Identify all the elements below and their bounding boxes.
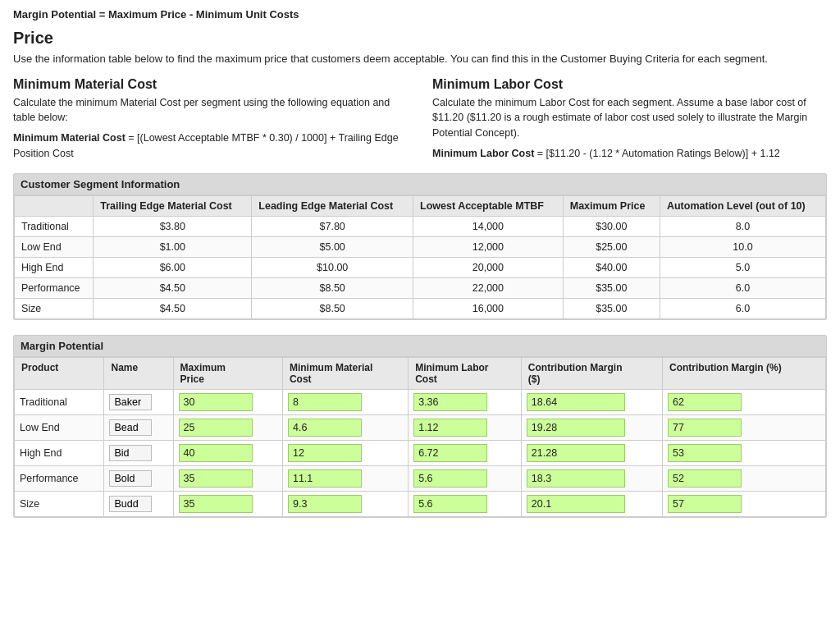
mp-min-labor: 1.12: [409, 414, 522, 440]
col-mtbf: Lowest Acceptable MTBF: [413, 195, 564, 216]
min-labor-cost-desc: Calculate the minimum Labor Cost for eac…: [432, 95, 827, 141]
leading-cost: $8.50: [252, 277, 413, 298]
margin-potential-table-wrap: Margin Potential Product Name MaximumPri…: [13, 335, 827, 518]
name-input[interactable]: [109, 419, 152, 436]
max-price: $40.00: [563, 257, 660, 277]
min-labor-input[interactable]: 1.12: [413, 419, 487, 437]
mtbf: 14,000: [413, 216, 564, 236]
mp-min-labor: 5.6: [409, 491, 522, 516]
min-material-input[interactable]: 8: [288, 393, 362, 411]
mtbf: 20,000: [413, 257, 564, 277]
mp-product: Size: [15, 491, 104, 516]
customer-segment-table: Trailing Edge Material Cost Leading Edge…: [14, 195, 826, 319]
col-trailing: Trailing Edge Material Cost: [94, 195, 252, 216]
max-price-input[interactable]: 40: [179, 444, 253, 462]
margin-potential-header: Margin Potential: [14, 336, 826, 357]
contrib-pct-value: 77: [668, 419, 742, 437]
min-labor-input[interactable]: 5.6: [413, 495, 487, 513]
max-price: $30.00: [563, 216, 660, 236]
contrib-pct-value: 57: [668, 495, 742, 513]
max-price-input[interactable]: 30: [179, 393, 253, 411]
mp-name: [104, 414, 173, 440]
table-row: Size $4.50 $8.50 16,000 $35.00 6.0: [15, 298, 826, 318]
mtbf: 22,000: [413, 277, 564, 298]
price-description: Use the information table below to find …: [13, 51, 827, 67]
mp-name: [104, 440, 173, 465]
mp-min-material: 9.3: [282, 491, 408, 516]
mtbf: 12,000: [413, 236, 564, 257]
trailing-cost: $3.80: [94, 216, 252, 236]
leading-cost: $7.80: [252, 216, 413, 236]
mp-min-material: 12: [282, 440, 408, 465]
min-labor-cost-title: Minimum Labor Cost: [432, 77, 827, 92]
mp-contrib-pct: 52: [663, 465, 826, 491]
automation: 5.0: [660, 257, 825, 277]
mp-max-price: 35: [173, 465, 282, 491]
mp-contrib-pct: 53: [663, 440, 826, 465]
mp-max-price: 35: [173, 491, 282, 516]
table-row: High End $6.00 $10.00 20,000 $40.00 5.0: [15, 257, 826, 277]
mp-product: Low End: [15, 414, 104, 440]
customer-segment-header: Customer Segment Information: [14, 174, 826, 195]
table-row: Performance $4.50 $8.50 22,000 $35.00 6.…: [15, 277, 826, 298]
mp-contrib-dollar: 18.3: [521, 465, 662, 491]
automation: 6.0: [660, 298, 825, 318]
mp-name: [104, 491, 173, 516]
mp-contrib-dollar: 19.28: [521, 414, 662, 440]
leading-cost: $5.00: [252, 236, 413, 257]
contrib-dollar-value: 20.1: [527, 495, 625, 513]
segment-name: Low End: [15, 236, 94, 257]
segment-name: High End: [15, 257, 94, 277]
mp-col-contrib-dollar: Contribution Margin($): [521, 357, 662, 389]
max-price-input[interactable]: 35: [179, 469, 253, 488]
trailing-cost: $1.00: [94, 236, 252, 257]
min-labor-input[interactable]: 5.6: [413, 469, 487, 488]
max-price-input[interactable]: 25: [179, 419, 253, 437]
mp-min-material: 4.6: [282, 414, 408, 440]
table-row: Size 35 9.3 5.6 20.1 57: [15, 491, 826, 516]
trailing-cost: $6.00: [94, 257, 252, 277]
mp-contrib-dollar: 20.1: [521, 491, 662, 516]
mp-col-contrib-pct: Contribution Margin (%): [663, 357, 826, 389]
automation: 10.0: [660, 236, 825, 257]
max-price-input[interactable]: 35: [179, 495, 253, 513]
min-material-input[interactable]: 4.6: [288, 419, 362, 437]
table-row: Traditional 30 8 3.36 18.64 62: [15, 389, 826, 414]
table-row: Traditional $3.80 $7.80 14,000 $30.00 8.…: [15, 216, 826, 236]
min-material-input[interactable]: 9.3: [288, 495, 362, 513]
max-price: $35.00: [563, 277, 660, 298]
contrib-pct-value: 53: [668, 444, 742, 462]
min-material-cost-section: Minimum Material Cost Calculate the mini…: [13, 77, 408, 162]
col-max-price: Maximum Price: [563, 195, 660, 216]
mp-col-name: Name: [104, 357, 173, 389]
max-price: $25.00: [563, 236, 660, 257]
min-labor-cost-section: Minimum Labor Cost Calculate the minimum…: [432, 77, 827, 162]
min-material-input[interactable]: 11.1: [288, 469, 362, 488]
table-row: Low End 25 4.6 1.12 19.28 77: [15, 414, 826, 440]
min-labor-input[interactable]: 3.36: [413, 393, 487, 411]
min-material-input[interactable]: 12: [288, 444, 362, 462]
contrib-dollar-value: 21.28: [527, 444, 625, 462]
min-labor-cost-formula: Minimum Labor Cost = [$11.20 - (1.12 * A…: [432, 146, 827, 162]
min-material-cost-formula: Minimum Material Cost = [(Lowest Accepta…: [13, 130, 408, 162]
trailing-cost: $4.50: [94, 298, 252, 318]
mtbf: 16,000: [413, 298, 564, 318]
table-row: Performance 35 11.1 5.6 18.3 52: [15, 465, 826, 491]
col-segment: [15, 195, 94, 216]
mp-col-product: Product: [15, 357, 104, 389]
contrib-pct-value: 62: [668, 393, 742, 411]
name-input[interactable]: [109, 394, 152, 410]
name-input[interactable]: [109, 496, 152, 512]
mp-min-labor: 6.72: [409, 440, 522, 465]
mp-contrib-pct: 77: [663, 414, 826, 440]
mp-product: High End: [15, 440, 104, 465]
name-input[interactable]: [109, 445, 152, 461]
name-input[interactable]: [109, 470, 152, 487]
leading-cost: $10.00: [252, 257, 413, 277]
mp-min-labor: 3.36: [409, 389, 522, 414]
margin-potential-table: Product Name MaximumPrice Minimum Materi…: [14, 357, 826, 517]
segment-name: Traditional: [15, 216, 94, 236]
mp-min-labor: 5.6: [409, 465, 522, 491]
min-labor-input[interactable]: 6.72: [413, 444, 487, 462]
mp-contrib-pct: 57: [663, 491, 826, 516]
